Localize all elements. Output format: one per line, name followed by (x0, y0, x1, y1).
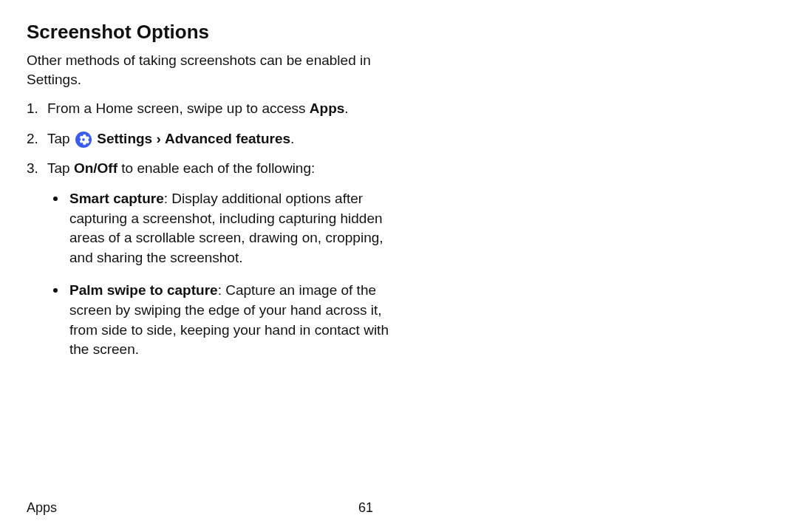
step-2-settings-label: Settings (97, 131, 152, 146)
option-2-title: Palm swipe to capture (69, 282, 218, 298)
settings-icon (75, 132, 92, 148)
step-3: Tap On/Off to enable each of the followi… (27, 159, 426, 359)
options-list: Smart capture: Display additional option… (47, 189, 426, 360)
option-1-title: Smart capture (69, 191, 164, 206)
step-3-bold: On/Off (74, 160, 117, 176)
page-heading: Screenshot Options (27, 21, 768, 44)
step-1: From a Home screen, swipe up to access A… (27, 99, 426, 119)
step-1-bold: Apps (310, 100, 345, 116)
step-1-post: . (344, 100, 348, 116)
intro-text: Other methods of taking screenshots can … (27, 51, 418, 89)
page-footer: Apps 61 (27, 500, 768, 516)
step-2-post: . (290, 131, 294, 146)
step-3-post: to enable each of the following: (117, 160, 315, 176)
option-smart-capture: Smart capture: Display additional option… (47, 189, 402, 267)
footer-section: Apps (27, 500, 57, 516)
step-3-pre: Tap (47, 160, 74, 176)
option-palm-swipe: Palm swipe to capture: Capture an image … (47, 281, 402, 359)
footer-page-number: 61 (358, 500, 373, 516)
chevron-right-icon: › (156, 131, 160, 146)
step-2-pre: Tap (47, 131, 74, 146)
step-2-after: Advanced features (165, 131, 290, 146)
step-1-pre: From a Home screen, swipe up to access (47, 100, 310, 116)
svg-point-0 (82, 138, 85, 141)
steps-list: From a Home screen, swipe up to access A… (27, 99, 426, 360)
manual-page: Screenshot Options Other methods of taki… (0, 0, 798, 532)
step-2: Tap Settings › Advanced features. (27, 129, 426, 149)
